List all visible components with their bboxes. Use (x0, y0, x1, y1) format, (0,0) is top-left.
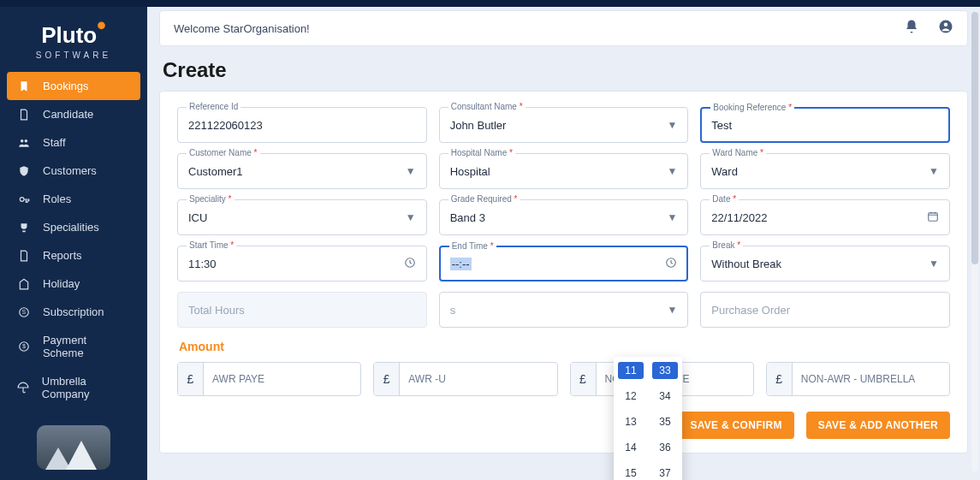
chevron-down-icon: ▼ (929, 258, 939, 270)
brand-name: Pluto (41, 22, 97, 48)
reference-id-value: 221122060123 (188, 119, 416, 132)
consultant-name-select[interactable]: Consultant Name * John Butler ▼ (439, 107, 689, 143)
time-minute-option[interactable]: 36 (652, 439, 678, 456)
calendar-icon (927, 210, 939, 225)
building-icon (17, 278, 31, 290)
welcome-bar: Welcome StarOrganisation! (159, 10, 968, 46)
bell-icon[interactable] (904, 19, 919, 38)
time-hour-option[interactable]: 13 (618, 413, 644, 430)
grade-required-select[interactable]: Grade Required * Band 3 ▼ (439, 199, 689, 235)
welcome-text: Welcome StarOrganisation! (174, 22, 310, 35)
amount-placeholder: AWR PAYE (204, 363, 360, 395)
sidebar-item-label: Roles (43, 193, 71, 205)
sidebar-item-payment-scheme[interactable]: $ Payment Scheme (7, 326, 140, 367)
chevron-down-icon: ▼ (667, 211, 677, 223)
speciality-value: ICU (188, 211, 406, 224)
amount-placeholder: AWR -U (400, 363, 556, 395)
chevron-down-icon: ▼ (667, 119, 677, 131)
sidebar-item-customers[interactable]: Customers (7, 157, 140, 185)
sidebar-item-bookings[interactable]: Bookings (7, 72, 140, 100)
coin-icon: S (17, 306, 31, 318)
sidebar-item-roles[interactable]: Roles (7, 185, 140, 213)
clock-icon (404, 257, 416, 271)
amount-awr-paye[interactable]: £ AWR PAYE (177, 362, 361, 396)
coin-icon: $ (17, 341, 31, 353)
trophy-icon (17, 222, 31, 234)
customer-name-value: Customer1 (188, 165, 406, 178)
sidebar-item-staff[interactable]: Staff (7, 128, 140, 157)
chevron-down-icon: ▼ (667, 304, 677, 316)
time-hour-option[interactable]: 15 (618, 465, 644, 480)
start-time-field[interactable]: Start Time * 11:30 (177, 246, 427, 281)
booking-reference-field[interactable]: Booking Reference * Test (700, 107, 950, 143)
end-time-value: --:-- (450, 258, 472, 270)
start-time-value: 11:30 (188, 258, 404, 270)
user-icon[interactable] (938, 19, 953, 38)
mid-select[interactable]: s ▼ (439, 292, 689, 328)
speciality-select[interactable]: Speciality * ICU ▼ (177, 199, 427, 235)
svg-point-1 (25, 139, 27, 142)
chevron-down-icon: ▼ (406, 165, 416, 177)
chevron-down-icon: ▼ (667, 165, 677, 177)
umbrella-icon (17, 382, 30, 394)
customer-name-select[interactable]: Customer Name * Customer1 ▼ (177, 153, 427, 189)
currency-symbol: £ (178, 363, 204, 395)
clock-icon (665, 257, 677, 271)
consultant-name-value: John Butler (450, 119, 668, 132)
time-hour-option[interactable]: 14 (618, 439, 644, 456)
sidebar-item-reports[interactable]: Reports (7, 241, 140, 270)
brand-dot-icon: • (97, 11, 106, 39)
sidebar-item-umbrella-company[interactable]: Umbrella Company (7, 367, 140, 408)
amount-section-title: Amount (179, 340, 950, 353)
scrollbar[interactable] (971, 12, 978, 471)
end-time-field[interactable]: End Time * --:-- (439, 246, 689, 281)
hospital-name-select[interactable]: Hospital Name * Hospital ▼ (439, 153, 689, 189)
grade-required-value: Band 3 (450, 211, 668, 224)
time-hour-option[interactable]: 12 (618, 388, 644, 405)
time-picker-hours: 11 12 13 14 15 16 17 (614, 362, 648, 480)
svg-point-8 (944, 23, 948, 27)
svg-point-2 (20, 197, 24, 201)
amount-placeholder: NON-AWR - UMBRELLA (793, 363, 949, 395)
ward-name-value: Ward (711, 165, 929, 178)
sidebar-item-label: Candidate (43, 108, 93, 121)
time-minute-option[interactable]: 35 (652, 413, 678, 430)
amount-awr-u[interactable]: £ AWR -U (373, 362, 557, 396)
save-confirm-button[interactable]: SAVE & CONFIRM (678, 412, 793, 439)
total-hours-field: Total Hours (177, 292, 427, 328)
end-time-picker[interactable]: 11 12 13 14 15 16 17 33 34 35 36 37 38 3… (614, 357, 682, 480)
date-field[interactable]: Date * 22/11/2022 (700, 199, 950, 235)
time-minute-option[interactable]: 34 (652, 388, 678, 405)
sidebar-item-label: Specialities (43, 221, 99, 234)
svg-text:$: $ (22, 343, 26, 349)
form-card: Reference Id 221122060123 Consultant Nam… (159, 91, 968, 453)
sidebar-item-label: Payment Scheme (43, 334, 130, 359)
chevron-down-icon: ▼ (406, 211, 416, 223)
time-minute-option[interactable]: 33 (652, 362, 678, 379)
sidebar-item-specialities[interactable]: Specialities (7, 213, 140, 241)
time-hour-option[interactable]: 11 (618, 362, 644, 379)
reference-id-field[interactable]: Reference Id 221122060123 (177, 107, 427, 143)
amount-non-awr-umbrella[interactable]: £ NON-AWR - UMBRELLA (766, 362, 950, 396)
top-strip (0, 0, 980, 7)
time-picker-minutes: 33 34 35 36 37 38 39 (648, 362, 682, 480)
ward-name-select[interactable]: Ward Name * Ward ▼ (700, 153, 950, 189)
mid-select-label: s (450, 304, 668, 317)
sidebar-item-subscription[interactable]: S Subscription (7, 298, 140, 326)
svg-rect-9 (929, 212, 938, 220)
time-minute-option[interactable]: 37 (652, 465, 678, 480)
bookmark-icon (17, 80, 31, 92)
chevron-down-icon: ▼ (929, 165, 939, 177)
sidebar-item-label: Customers (43, 164, 97, 177)
avatar[interactable] (0, 415, 147, 480)
svg-text:S: S (22, 309, 26, 315)
sidebar-item-holiday[interactable]: Holiday (7, 270, 140, 298)
sidebar-item-label: Staff (43, 136, 66, 149)
sidebar-item-label: Holiday (43, 277, 80, 290)
break-select[interactable]: Break * Without Break ▼ (700, 246, 950, 281)
purchase-order-field[interactable]: Purchase Order (700, 292, 950, 328)
sidebar-item-label: Reports (43, 249, 82, 262)
sidebar-item-candidate[interactable]: Candidate (7, 100, 140, 128)
save-add-another-button[interactable]: SAVE & ADD ANOTHER (806, 412, 950, 439)
purchase-order-label: Purchase Order (711, 304, 939, 317)
